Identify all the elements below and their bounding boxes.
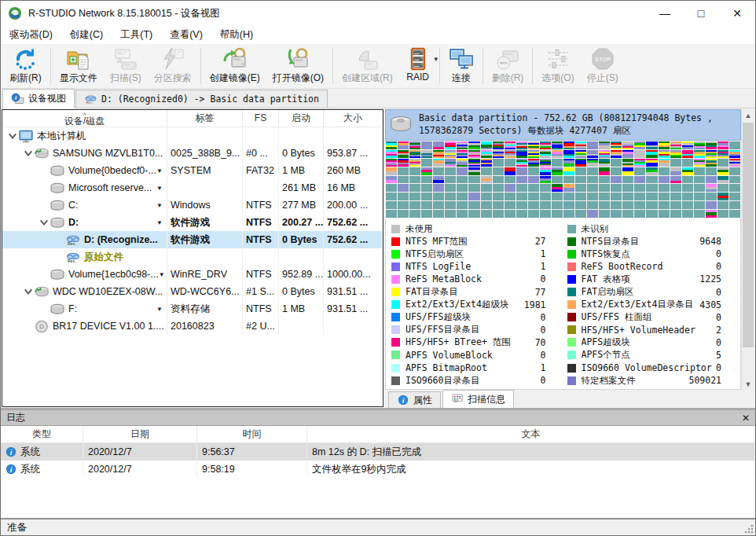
scroll-up-icon[interactable]: ▲ [742,109,754,121]
mount-dropdown-icon[interactable]: ▼ [156,306,167,313]
tree-column-header[interactable]: 大小 [324,110,383,127]
tree-cell-value: 1 MB [282,165,305,176]
map-cell [433,150,444,158]
legend-value: 9648 [699,236,739,247]
menu-item[interactable]: 创建(C) [61,26,112,44]
scan-panel-tab[interactable]: 扫描信息 [442,390,514,408]
tree-column-header[interactable]: ˄设备/磁盘 [2,110,167,127]
tree-row[interactable]: C:▼WindowsNTFS277 MB200.00 ... [2,196,383,214]
tree-cell-value: 16 MB [327,182,355,193]
tree-row[interactable]: Volume{0bedecf0-...▼SYSTEMFAT321 MB260 M… [2,162,383,179]
map-cell [729,201,740,209]
log-column-header[interactable]: 类型 [1,426,83,442]
chevron-down-icon[interactable] [39,217,50,228]
toolbar-button[interactable]: 创建镜像(E) [204,44,266,88]
tree-row[interactable]: Rec.D: (Recognize...软件游戏NTFS0 Bytes752.6… [2,231,383,248]
mount-dropdown-icon[interactable]: ▼ [156,202,167,209]
map-cell [599,184,610,192]
toolbar-button[interactable]: 连接 [442,44,480,88]
map-cell [516,159,527,167]
map-cell [528,210,539,218]
log-column-header[interactable]: 文本 [307,426,755,442]
legend-item: NTFS目录条目9648 [563,235,739,248]
chevron-placeholder [54,251,65,262]
map-cell [717,193,728,200]
legend-value: 27 [535,236,563,247]
legend-value: 1 [541,248,563,259]
view-tab[interactable]: Rec.D: (Recognized0) -> Basic data parti… [75,90,328,108]
tree-row[interactable]: BR17 DEVICE V1.00 1....20160823#2 U... [2,318,383,335]
toolbar-button[interactable]: 打开镜像(O) [266,44,330,88]
log-row[interactable]: i系统2020/12/79:56:378m 12s 的 D: 扫描已完成 [1,443,755,461]
map-cell [552,150,563,158]
legend-item: ISO9660 VolumeDescriptor0 [563,362,739,374]
view-tab[interactable]: i设备视图 [2,89,75,108]
mount-dropdown-icon[interactable]: ▼ [156,167,167,174]
mount-dropdown-icon[interactable]: ▼ [156,185,167,192]
tree-node: 本地计算机 [2,127,167,145]
map-cell [611,150,622,158]
toolbar-button-label: 显示文件 [60,72,97,85]
resize-grip[interactable] [744,524,754,534]
legend-value: 4305 [699,299,739,310]
legend-item: Ext2/Ext3/Ext4目录条目4305 [563,299,739,311]
log-close-icon[interactable]: ✕ [742,413,750,424]
tree-cell-size: 200.00 ... [324,196,383,214]
map-cell [717,176,728,184]
tree-cell-fs: NTFS [243,214,279,231]
vertical-scrollbar[interactable]: ▲ ▼ [741,109,754,390]
tree-column-header[interactable]: 标签 [167,110,243,127]
map-cell [481,184,492,192]
tree-row[interactable]: Rec.原始文件 [2,248,383,266]
map-cell [634,167,645,175]
menu-item[interactable]: 工具(T) [112,26,161,44]
map-cell [622,159,633,167]
tree-row[interactable]: Volume{1ecb0c98-...▼WinRE_DRVNTFS952.89 … [2,266,383,283]
log-column-header[interactable]: 日期 [83,426,197,442]
tree-cell-value: 261 MB [282,182,316,193]
scan-block-map[interactable] [385,141,741,218]
log-row[interactable]: i系统2020/12/79:58:19文件枚举在9秒内完成 [1,461,755,478]
toolbar-button[interactable]: 显示文件 [53,44,104,88]
tree-column-header[interactable]: 启动 [279,110,324,127]
tree-column-header[interactable]: FS [243,110,279,127]
map-cell [493,141,504,149]
menu-item[interactable]: 帮助(H) [211,26,262,44]
tree-row[interactable]: F:▼资料存储NTFS1 MB931.51 ... [2,300,383,318]
tree-cell-boot: 0 Bytes [279,231,324,248]
minimize-button[interactable]: — [647,1,683,26]
toolbar-button[interactable]: ▼RAID [399,44,437,88]
scrollbar-track[interactable] [742,121,754,378]
scroll-down-icon[interactable]: ▼ [742,378,754,390]
chevron-down-icon[interactable] [7,130,18,141]
scan-legend: 未使用NTFS MFT范围27NTFS启动扇区1NTFS LogFile1ReF… [385,218,741,390]
map-cell [540,201,551,209]
tree-row[interactable]: D:▼软件游戏NTFS200.27 ...752.62 ... [2,214,383,231]
toolbar-dropdown-icon[interactable]: ▼ [433,56,439,63]
tree-row[interactable]: 本地计算机 [2,127,383,145]
chevron-down-icon[interactable] [23,286,34,297]
log-cell-time: 9:56:37 [197,443,307,461]
maximize-button[interactable]: □ [683,1,719,26]
tree-row[interactable]: SAMSUNG MZVLB1T0...0025_388B_9...#0 ...0… [2,145,383,162]
map-cell [540,184,551,192]
tree-row[interactable]: Microsoft reserve...▼261 MB16 MB [2,179,383,196]
menu-item[interactable]: 查看(V) [161,26,211,44]
legend-swatch [391,364,400,373]
tree-node: Microsoft reserve...▼ [2,179,167,196]
tree-cell-label: 0025_388B_9... [167,145,243,162]
tree-cell-boot [279,127,324,145]
tree-row[interactable]: WDC WD10EZEX-08W...WD-WCC6Y6...#1 S...0 … [2,283,383,300]
menu-item[interactable]: 驱动器(D) [1,26,61,44]
mount-dropdown-icon[interactable]: ▼ [159,271,167,278]
tree-column-label: 启动 [292,114,310,123]
map-cell [599,210,610,218]
close-button[interactable]: ✕ [719,1,755,26]
scan-panel-tab[interactable]: i属性 [388,391,441,408]
mount-dropdown-icon[interactable]: ▼ [156,219,167,226]
chevron-down-icon[interactable] [23,148,34,159]
toolbar-button[interactable]: 刷新(R) [3,44,48,88]
scrollbar-thumb[interactable] [743,123,754,347]
log-column-header[interactable]: 时间 [197,426,307,442]
map-cell [694,176,705,184]
